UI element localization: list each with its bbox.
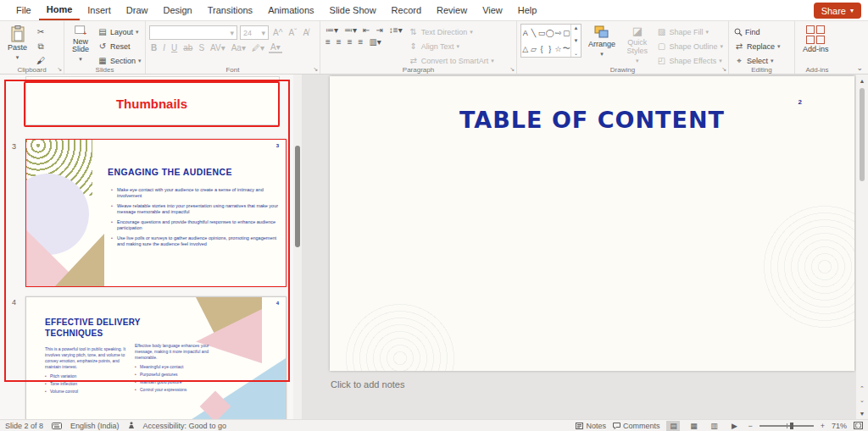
scroll-down-icon[interactable]: ▼ — [860, 407, 865, 419]
accessibility-status[interactable]: Accessibility: Good to go — [143, 422, 227, 430]
decrease-font-button[interactable]: Aˇ — [287, 28, 298, 37]
collapse-ribbon-icon[interactable]: ⌄ — [856, 64, 863, 72]
tab-help[interactable]: Help — [510, 0, 545, 20]
tab-insert[interactable]: Insert — [80, 0, 119, 20]
slide-sorter-view-button[interactable]: ▦ — [687, 421, 700, 431]
increase-indent-button[interactable]: ⇥ — [374, 25, 384, 35]
shapes-gallery[interactable]: A ╲ ▭ ◯ ⇨ ▢ △ ▱ { } ☆ 〜 ▲ ▼ ⌄ — [520, 24, 581, 58]
align-left-button[interactable]: ≡ — [324, 37, 332, 47]
rectangle-shape-icon[interactable]: ▭ — [538, 29, 546, 37]
select-button[interactable]: ⌖Select▾ — [732, 54, 782, 67]
justify-button[interactable]: ≡ — [357, 37, 365, 47]
shapes-scroll-down-icon[interactable]: ▼ — [574, 38, 579, 43]
reset-button[interactable]: ↺Reset — [96, 40, 143, 52]
callout-shape-icon[interactable]: ▢ — [563, 29, 570, 37]
next-slide-icon[interactable]: ⌄ — [860, 397, 865, 404]
thumbnail-scrollbar[interactable] — [293, 75, 302, 419]
align-text-button[interactable]: ⇕Align Text▾ — [407, 40, 496, 52]
language-indicator[interactable]: English (India) — [70, 422, 120, 430]
shapes-scroll-up-icon[interactable]: ▲ — [574, 25, 579, 30]
tab-draw[interactable]: Draw — [119, 0, 156, 20]
increase-font-button[interactable]: A^ — [271, 28, 284, 37]
format-painter-button[interactable]: 🖌︎ — [34, 54, 47, 67]
fit-slide-to-window-button[interactable] — [854, 422, 863, 429]
parallelogram-shape-icon[interactable]: ▱ — [531, 45, 537, 53]
quick-styles-button[interactable]: ◪ Quick Styles ▾ — [622, 24, 652, 64]
drawing-dialog-launcher[interactable]: ↘ — [721, 66, 726, 73]
addins-button[interactable]: Add-ins — [798, 24, 833, 64]
oval-shape-icon[interactable]: ◯ — [546, 29, 554, 37]
align-right-button[interactable]: ≡ — [346, 37, 354, 47]
shape-fill-button[interactable]: ▨Shape Fill▾ — [654, 25, 725, 38]
comments-toggle[interactable]: Comments — [613, 422, 660, 430]
bold-button[interactable]: B — [149, 43, 159, 52]
paste-button[interactable]: Paste ▾ — [3, 24, 31, 64]
tab-slide-show[interactable]: Slide Show — [322, 0, 384, 20]
shape-outline-button[interactable]: ▢Shape Outline▾ — [654, 40, 725, 52]
bracket-shape-icon[interactable]: } — [548, 45, 551, 53]
line-shape-icon[interactable]: ╲ — [531, 29, 536, 37]
zoom-slider-handle[interactable] — [790, 423, 793, 429]
font-color-button[interactable]: A▾ — [269, 42, 282, 53]
highlight-color-button[interactable]: 🖉▾ — [250, 43, 266, 52]
reading-view-button[interactable]: ▥ — [707, 421, 721, 431]
shape-effects-button[interactable]: ◰Shape Effects▾ — [654, 54, 725, 67]
thumbnail-slide-2[interactable] — [25, 76, 280, 125]
previous-slide-icon[interactable]: ⌃ — [860, 385, 865, 392]
scribble-shape-icon[interactable]: 〜 — [563, 43, 570, 54]
tab-home[interactable]: Home — [39, 0, 81, 20]
replace-button[interactable]: ⇄Replace▾ — [732, 40, 782, 52]
normal-view-button[interactable]: ▤ — [666, 421, 680, 431]
thumbnail-panel[interactable]: 3 3 ENGAGING THE AUDIENCE Make eye conta… — [0, 75, 293, 419]
notes-pane[interactable]: Click to add notes — [303, 373, 854, 398]
slide-title[interactable]: TABLE OF CONTENT — [330, 107, 854, 133]
layout-button[interactable]: ▤Layout▾ — [96, 25, 143, 38]
triangle-shape-icon[interactable]: △ — [522, 45, 528, 53]
italic-button[interactable]: I — [161, 43, 167, 52]
thumbnail-slide-4[interactable]: 4 EFFECTIVE DELIVERY TECHNIQUES This is … — [25, 296, 287, 419]
brace-shape-icon[interactable]: { — [540, 45, 542, 53]
slide-canvas[interactable]: TABLE OF CONTENT 2 — [330, 76, 854, 371]
thumbnail-slide-3[interactable]: 3 ENGAGING THE AUDIENCE Make eye contact… — [25, 139, 287, 287]
tab-review[interactable]: Review — [429, 0, 475, 20]
share-button[interactable]: Share ▾ — [814, 3, 861, 19]
zoom-level[interactable]: 71% — [832, 422, 847, 430]
scroll-up-icon[interactable]: ▲ — [860, 75, 865, 86]
columns-button[interactable]: ▥▾ — [367, 37, 382, 47]
text-box-shape-icon[interactable]: A — [523, 29, 528, 37]
cut-button[interactable]: ✂ — [34, 25, 47, 38]
character-spacing-button[interactable]: AV▾ — [209, 43, 227, 52]
clear-formatting-button[interactable]: A̸ — [301, 28, 310, 37]
tab-animations[interactable]: Animations — [260, 0, 321, 20]
slide-indicator[interactable]: Slide 2 of 8 — [5, 422, 43, 430]
tab-transitions[interactable]: Transitions — [200, 0, 260, 20]
zoom-out-button[interactable]: − — [748, 422, 752, 430]
new-slide-button[interactable]: + New Slide ▾ — [68, 24, 93, 64]
scrollbar-track[interactable] — [856, 86, 868, 385]
paragraph-dialog-launcher[interactable]: ↘ — [509, 66, 515, 73]
notes-toggle[interactable]: Notes — [576, 422, 606, 430]
tab-design[interactable]: Design — [155, 0, 199, 20]
copy-button[interactable]: ⧉ — [34, 40, 47, 52]
font-dialog-launcher[interactable]: ↘ — [313, 66, 318, 73]
shapes-more-icon[interactable]: ⌄ — [574, 50, 578, 56]
font-size-combo[interactable]: 24▾ — [240, 25, 269, 40]
decrease-indent-button[interactable]: ⇤ — [361, 25, 371, 35]
font-name-combo[interactable]: ▾ — [149, 25, 237, 40]
arrow-shape-icon[interactable]: ⇨ — [555, 29, 562, 37]
convert-smartart-button[interactable]: ⇄Convert to SmartArt▾ — [407, 54, 496, 67]
shapes-gallery-scroll[interactable]: ▲ ▼ ⌄ — [570, 25, 581, 57]
zoom-slider[interactable] — [760, 425, 814, 427]
align-center-button[interactable]: ≡ — [335, 37, 343, 47]
text-shadow-button[interactable]: S — [197, 43, 206, 52]
underline-button[interactable]: U — [170, 43, 179, 52]
change-case-button[interactable]: Aa▾ — [230, 43, 248, 52]
text-direction-button[interactable]: ⇅Text Direction▾ — [407, 25, 496, 38]
find-button[interactable]: Find — [732, 25, 782, 38]
scrollbar-thumb[interactable] — [860, 88, 865, 181]
tab-view[interactable]: View — [475, 0, 510, 20]
clipboard-dialog-launcher[interactable]: ↘ — [57, 66, 62, 73]
bullets-button[interactable]: ≔▾ — [324, 25, 340, 35]
zoom-in-button[interactable]: + — [821, 422, 825, 430]
numbering-button[interactable]: ≕▾ — [342, 25, 359, 35]
